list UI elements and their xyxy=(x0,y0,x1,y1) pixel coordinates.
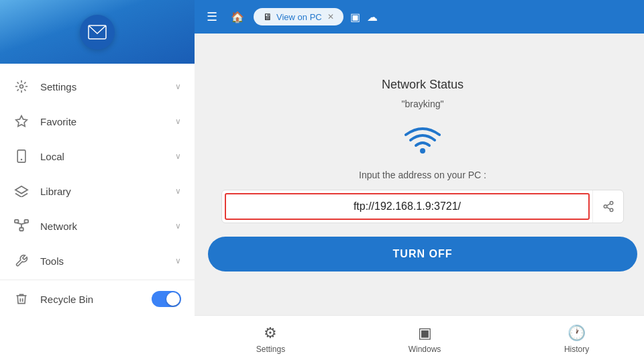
svg-point-13 xyxy=(610,201,613,204)
settings-nav-icon: ⚙ xyxy=(264,324,277,342)
close-icon[interactable]: ✕ xyxy=(327,12,334,21)
sidebar-item-favorite[interactable]: Favorite ∨ xyxy=(0,104,195,139)
content-area: Network Status "brayking" Input the addr… xyxy=(195,34,644,315)
turn-off-button[interactable]: TURN OFF xyxy=(208,237,637,272)
nav-item-settings[interactable]: ⚙ Settings xyxy=(243,319,299,359)
recycle-bin-toggle[interactable] xyxy=(152,291,181,307)
svg-point-15 xyxy=(610,208,613,212)
sidebar-item-network[interactable]: Network ∨ xyxy=(0,208,195,243)
topbar: ☰ 🏠 🖥 View on PC ✕ ▣ ☁ xyxy=(195,0,644,34)
view-on-pc-label: View on PC xyxy=(276,12,322,22)
address-label: Input the address on your PC : xyxy=(359,170,486,180)
svg-line-11 xyxy=(21,223,26,224)
sidebar-item-network-label: Network xyxy=(40,221,175,232)
nav-item-history[interactable]: 🕐 History xyxy=(551,319,602,359)
svg-rect-3 xyxy=(17,150,25,162)
nav-item-windows[interactable]: ▣ Windows xyxy=(395,319,455,359)
chevron-down-icon: ∨ xyxy=(175,117,181,126)
ftp-address-text: ftp://192.168.1.9:3721/ xyxy=(354,200,461,213)
network-status-title: Network Status xyxy=(382,78,464,92)
svg-point-14 xyxy=(604,204,607,208)
sidebar-item-library[interactable]: Library ∨ xyxy=(0,174,195,208)
sidebar-item-tools[interactable]: Tools ∨ xyxy=(0,243,195,278)
monitor-icon: 🖥 xyxy=(263,11,272,22)
network-icon xyxy=(13,218,30,234)
main-area: ☰ 🏠 🖥 View on PC ✕ ▣ ☁ Network Status "b… xyxy=(195,0,644,362)
sidebar-header xyxy=(0,0,195,64)
layers-icon xyxy=(13,183,30,199)
hamburger-menu-icon[interactable]: ☰ xyxy=(203,5,221,28)
trash-icon xyxy=(13,291,30,307)
svg-rect-7 xyxy=(15,220,18,223)
chevron-down-icon: ∨ xyxy=(175,152,181,161)
svg-line-17 xyxy=(606,203,610,205)
sidebar-item-library-label: Library xyxy=(40,186,175,197)
phone-icon xyxy=(13,148,30,164)
turn-off-label: TURN OFF xyxy=(393,248,453,260)
chevron-down-icon: ∨ xyxy=(175,82,181,91)
windows-nav-label: Windows xyxy=(409,345,441,354)
svg-line-10 xyxy=(17,223,21,224)
cloud-icon[interactable]: ☁ xyxy=(367,11,378,23)
share-button[interactable] xyxy=(592,190,623,223)
svg-rect-8 xyxy=(25,220,28,223)
settings-nav-label: Settings xyxy=(256,345,285,354)
svg-line-16 xyxy=(606,207,610,209)
history-nav-icon: 🕐 xyxy=(568,324,586,342)
menu-divider xyxy=(0,280,195,280)
sidebar-item-favorite-label: Favorite xyxy=(40,116,175,127)
wifi-icon-container xyxy=(402,121,443,158)
bottom-nav: ⚙ Settings ▣ Windows 🕐 History xyxy=(195,315,644,362)
sidebar-item-local-label: Local xyxy=(40,151,175,162)
sidebar: Settings ∨ Favorite ∨ Local ∨ xyxy=(0,0,195,362)
network-name: "brayking" xyxy=(402,99,444,109)
wifi-icon xyxy=(402,121,443,155)
sidebar-item-settings[interactable]: Settings ∨ xyxy=(0,69,195,104)
sidebar-item-recycle-bin-label: Recycle Bin xyxy=(40,294,152,305)
wrench-icon xyxy=(13,253,30,269)
sidebar-item-settings-label: Settings xyxy=(40,81,175,93)
svg-point-12 xyxy=(420,148,425,154)
address-bar: ftp://192.168.1.9:3721/ xyxy=(221,190,624,223)
chevron-down-icon: ∨ xyxy=(175,256,181,265)
svg-rect-6 xyxy=(19,228,23,231)
history-nav-label: History xyxy=(564,345,589,354)
view-on-pc-pill[interactable]: 🖥 View on PC ✕ xyxy=(254,8,343,25)
svg-marker-2 xyxy=(16,116,28,127)
chevron-down-icon: ∨ xyxy=(175,221,181,231)
svg-point-1 xyxy=(20,85,23,88)
gear-icon xyxy=(13,78,30,95)
windows-nav-icon: ▣ xyxy=(418,324,432,342)
sidebar-item-tools-label: Tools xyxy=(40,255,175,267)
screen-icon[interactable]: ▣ xyxy=(350,11,360,23)
home-icon[interactable]: 🏠 xyxy=(228,8,247,26)
star-icon xyxy=(13,113,30,129)
chevron-down-icon: ∨ xyxy=(175,186,181,196)
sidebar-item-local[interactable]: Local ∨ xyxy=(0,139,195,174)
app-icon xyxy=(80,15,115,50)
sidebar-menu: Settings ∨ Favorite ∨ Local ∨ xyxy=(0,64,195,362)
svg-marker-5 xyxy=(15,186,28,194)
address-input[interactable]: ftp://192.168.1.9:3721/ xyxy=(222,190,592,223)
sidebar-item-recycle-bin[interactable]: Recycle Bin xyxy=(0,282,195,316)
